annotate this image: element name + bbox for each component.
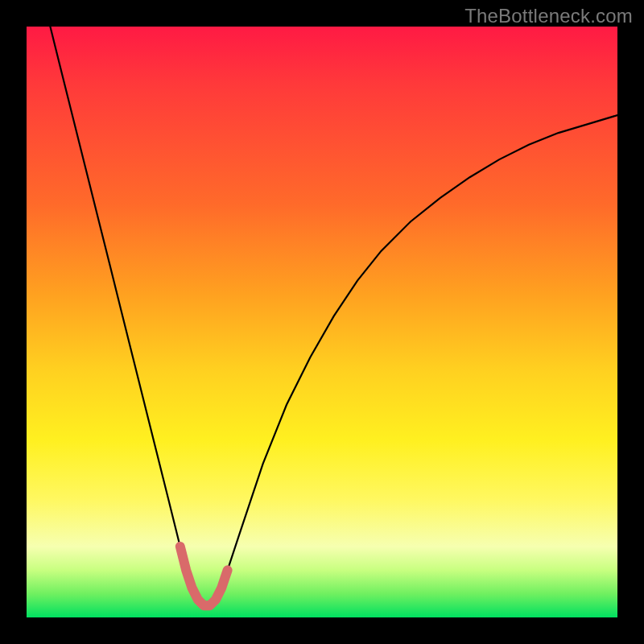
watermark-text: TheBottleneck.com — [464, 5, 633, 27]
curve-layer — [27, 27, 617, 617]
chart-frame: TheBottleneck.com — [0, 0, 644, 644]
highlight-segment — [180, 547, 228, 605]
plot-area — [27, 27, 617, 617]
bottleneck-curve — [50, 27, 617, 605]
